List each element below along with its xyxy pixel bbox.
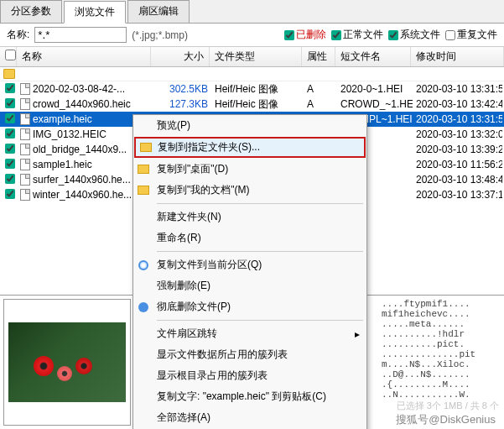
file-name: winter_1440x960.he...	[33, 189, 132, 201]
file-mod: 2020-03-10 13:31:58	[413, 113, 502, 125]
file-mod: 2020-03-10 13:48:48	[413, 174, 502, 186]
tab-sector[interactable]: 扇区编辑	[127, 0, 190, 23]
file-mod: 2020-03-10 13:39:23	[413, 144, 502, 155]
row-checkbox[interactable]	[5, 113, 15, 123]
menu-select-all[interactable]: 全部选择(A)	[133, 407, 366, 428]
breadcrumb-folder[interactable]	[0, 67, 504, 81]
file-mod: 2020-03-10 13:37:15	[413, 189, 502, 201]
row-checkbox[interactable]	[5, 174, 15, 184]
file-short: CROWD_~1.HEI	[337, 98, 413, 110]
file-type: Heif/Heic 图像	[211, 82, 304, 97]
file-name: IMG_0132.HEIC	[33, 128, 107, 140]
col-type[interactable]: 文件类型	[210, 47, 302, 66]
watermark: 搜狐号@DiskGenius	[396, 412, 496, 427]
folder-icon	[3, 69, 15, 79]
file-icon	[20, 144, 30, 155]
chevron-right-icon: ▸	[355, 328, 360, 340]
thumbnail-image	[8, 322, 126, 402]
file-attr: A	[304, 98, 337, 110]
row-checkbox[interactable]	[5, 83, 15, 93]
menu-sector-jump[interactable]: 文件扇区跳转▸	[133, 323, 366, 344]
file-type: Heif/Heic 图像	[211, 97, 304, 112]
ext-hint: (*.jpg;*.bmp)	[132, 29, 188, 41]
col-mod[interactable]: 修改时间	[411, 47, 504, 66]
file-mod: 2020-03-10 11:56:27	[413, 159, 502, 170]
file-row[interactable]: crowd_1440x960.heic127.3KBHeif/Heic 图像AC…	[0, 97, 504, 112]
menu-copy-to-partition[interactable]: 复制文件到当前分区(Q)	[133, 254, 366, 275]
context-menu: 预览(P) 复制到指定文件夹(S)... 复制到"桌面"(D) 复制到"我的文档…	[132, 114, 367, 429]
menu-force-delete[interactable]: 强制删除(E)	[133, 275, 366, 296]
tab-partition[interactable]: 分区参数	[0, 0, 62, 23]
file-name: old_bridge_1440x9...	[33, 144, 127, 155]
file-size: 302.5KB	[153, 83, 211, 95]
row-checkbox[interactable]	[5, 98, 15, 108]
file-mod: 2020-03-10 13:32:07	[413, 128, 502, 140]
menu-separator	[157, 251, 363, 252]
file-attr: A	[304, 83, 337, 95]
menu-rename[interactable]: 重命名(R)	[133, 228, 366, 249]
menu-copy-text[interactable]: 复制文字: "example.heic" 到剪贴板(C)	[133, 386, 366, 407]
file-short: 2020-0~1.HEI	[337, 83, 413, 95]
file-name: example.heic	[33, 113, 92, 125]
col-name[interactable]: 名称	[17, 47, 151, 66]
globe-icon	[138, 302, 148, 312]
col-attr[interactable]: 属性	[302, 47, 335, 66]
file-icon	[20, 113, 30, 125]
row-checkbox[interactable]	[5, 144, 15, 154]
tab-bar: 分区参数 浏览文件 扇区编辑	[0, 0, 504, 24]
file-mod: 2020-03-10 13:42:41	[413, 98, 502, 110]
col-checkbox[interactable]	[0, 47, 17, 66]
menu-show-root[interactable]: 显示根目录占用的簇列表	[133, 365, 366, 386]
column-headers: 名称 大小 文件类型 属性 短文件名 修改时间	[0, 47, 504, 67]
file-icon	[20, 83, 30, 95]
folder-icon	[140, 143, 152, 152]
file-name: crowd_1440x960.heic	[33, 98, 131, 110]
filter-bar: 名称: (*.jpg;*.bmp) 已删除 正常文件 系统文件 重复文件	[0, 24, 504, 47]
menu-separator	[157, 320, 363, 321]
menu-copy-to-desktop[interactable]: 复制到"桌面"(D)	[133, 159, 366, 180]
row-checkbox[interactable]	[5, 159, 15, 169]
file-icon	[20, 128, 30, 140]
file-icon	[20, 98, 30, 110]
col-size[interactable]: 大小	[151, 47, 210, 66]
name-label: 名称:	[7, 28, 29, 42]
thumbnail-box	[3, 299, 131, 426]
status-bar: 已选择 3个 1MB / 共 8 个	[397, 400, 499, 412]
folder-icon	[138, 186, 149, 195]
file-icon	[20, 159, 30, 170]
menu-show-cluster[interactable]: 显示文件数据所占用的簇列表	[133, 344, 366, 365]
file-size: 127.3KB	[153, 98, 211, 110]
file-icon	[20, 174, 30, 186]
file-name: sample1.heic	[33, 159, 92, 170]
disk-icon	[138, 260, 148, 270]
menu-preview[interactable]: 预览(P)	[133, 115, 366, 136]
menu-copy-to-folder[interactable]: 复制到指定文件夹(S)...	[134, 137, 366, 158]
tab-browse[interactable]: 浏览文件	[64, 1, 126, 24]
menu-perm-delete[interactable]: 彻底删除文件(P)	[133, 296, 366, 317]
menu-copy-to-docs[interactable]: 复制到"我的文档"(M)	[133, 180, 366, 201]
chk-normal[interactable]: 正常文件	[331, 28, 383, 42]
menu-separator	[157, 203, 363, 204]
chk-deleted[interactable]: 已删除	[284, 28, 326, 42]
row-checkbox[interactable]	[5, 128, 15, 139]
folder-icon	[138, 165, 149, 174]
chk-system[interactable]: 系统文件	[388, 28, 440, 42]
file-icon	[20, 189, 30, 201]
file-row[interactable]: 2020-02-03-08-42-...302.5KBHeif/Heic 图像A…	[0, 81, 504, 97]
col-short[interactable]: 短文件名	[335, 47, 411, 66]
row-checkbox[interactable]	[5, 189, 15, 199]
file-mod: 2020-03-10 13:31:59	[413, 83, 502, 95]
file-name: surfer_1440x960.he...	[33, 174, 131, 186]
menu-new-folder[interactable]: 新建文件夹(N)	[133, 207, 366, 228]
file-name: 2020-02-03-08-42-...	[33, 83, 125, 95]
name-pattern-input[interactable]	[34, 27, 127, 43]
chk-dup[interactable]: 重复文件	[445, 28, 497, 42]
